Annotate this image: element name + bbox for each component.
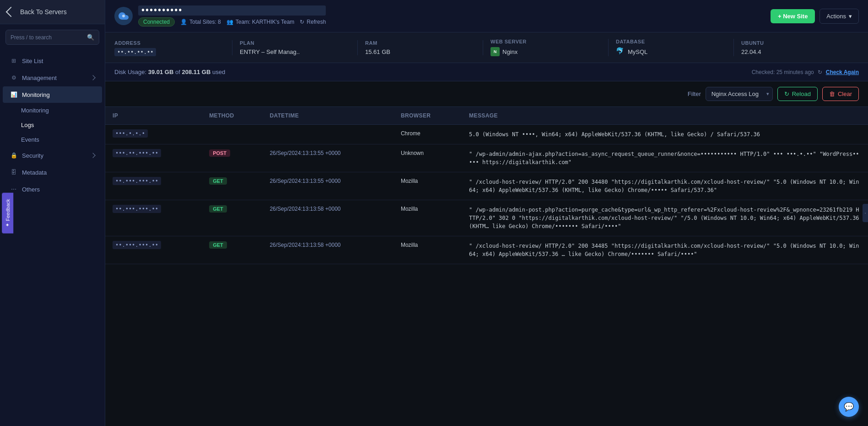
sidebar-sub-item-monitoring[interactable]: Monitoring [3,103,102,117]
ubuntu-value: 22.04.4 [741,48,852,55]
sidebar-item-metadata[interactable]: 🗄 Metadata [3,164,102,181]
clear-button[interactable]: 🗑 Clear [822,87,859,101]
server-info-bar: ADDRESS ••.••.••.•• PLAN ENTRY – Self Ma… [105,32,868,63]
search-placeholder: Press / to search [11,34,52,41]
disk-total: 208.11 GB [182,69,210,75]
back-to-servers-label: Back To Servers [20,8,67,16]
detail-ubuntu: UBUNTU 22.04.4 [734,40,859,55]
main-content: •••••••••• Connected 👤 Total Sites: 8 👥 … [105,0,868,426]
sidebar-item-label-security: Security [22,152,43,159]
nginx-icon: N [491,47,500,56]
log-controls: Filter Nginx Access Log Nginx Error Log … [105,81,868,107]
team-icon: 👥 [226,19,233,25]
cell-browser: Mozilla [394,200,462,236]
sidebar-sub-item-label-monitoring: Monitoring [21,107,49,114]
database-icon: 🗄 [10,169,17,176]
total-sites-label: Total Sites: 8 [189,19,221,25]
server-meta: Connected 👤 Total Sites: 8 👥 Team: KARTH… [138,17,326,27]
new-site-button[interactable]: + New Site [771,9,815,23]
col-method: Method [202,107,262,125]
sidebar-item-label-metadata: Metadata [22,169,47,176]
team-info: 👥 Team: KARTHIK's Team [226,19,295,25]
sidebar-item-others[interactable]: ⋯ Others [3,181,102,197]
col-ip: Ip [105,107,202,125]
cell-datetime: 26/Sep/2024:13:13:58 +0000 [262,236,394,264]
cell-method: POST [202,144,262,172]
cell-method [202,125,262,144]
sidebar-sub-item-events[interactable]: Events [3,133,102,147]
log-table-body: •••.•.•.• Chrome 5.0 (Windows NT ••••, W… [105,125,868,264]
method-badge: GET [209,177,227,185]
sidebar-item-security[interactable]: 🔒 Security [3,147,102,164]
sidebar: Back To Servers Press / to search 🔍 ⊞ Si… [0,0,105,426]
chevron-right-icon-security [90,153,95,158]
right-collapse-handle[interactable]: › [863,204,868,222]
log-table-header-row: Ip Method Datetime Browser Message [105,107,868,125]
sidebar-item-management[interactable]: ⚙ Management [3,69,102,86]
actions-button[interactable]: Actions ▾ [819,9,859,24]
checked-label: Checked: 25 minutes ago [752,69,814,75]
chat-button[interactable]: 💬 [839,397,859,417]
cell-datetime: 26/Sep/2024:13:13:55 +0000 [262,172,394,200]
star-icon: ✦ [5,223,11,227]
log-table-container: Ip Method Datetime Browser Message •••.•… [105,107,868,426]
address-ip: ••.••.••.•• [114,48,156,56]
log-select-wrapper[interactable]: Nginx Access Log Nginx Error Log PHP Err… [706,87,773,101]
sidebar-sub-item-logs[interactable]: Logs [3,118,102,132]
cell-ip: •••.•.•.• [105,125,202,144]
detail-address: ADDRESS ••.••.••.•• [114,40,232,55]
actions-chevron-icon: ▾ [849,13,852,20]
sites-icon: 👤 [180,19,187,25]
check-again-button[interactable]: Check Again [826,69,859,75]
plan-value: ENTRY – Self Manag.. [240,48,350,55]
reload-label: Reload [792,91,811,97]
new-site-label: + New Site [778,13,808,20]
cell-browser: Unknown [394,144,462,172]
disk-usage-bar: Disk Usage: 39.01 GB of 208.11 GB used C… [105,63,868,81]
table-row: •••.•.•.• Chrome 5.0 (Windows NT ••••, W… [105,125,868,144]
web-server-name: Nginx [502,48,518,55]
cell-message: " /wp-admin/admin-ajax.php?action=as_asy… [462,144,868,172]
svg-point-0 [122,15,125,17]
col-message: Message [462,107,868,125]
header: •••••••••• Connected 👤 Total Sites: 8 👥 … [105,0,868,32]
disk-text: Disk Usage: 39.01 GB of 208.11 GB used [114,69,225,75]
table-row: ••.•••.•••.•• GET 26/Sep/2024:13:13:55 +… [105,172,868,200]
disk-label: Disk Usage: [114,69,148,75]
address-value: ••.••.••.•• [114,48,225,55]
header-right: + New Site Actions ▾ [771,9,859,24]
search-bar[interactable]: Press / to search 🔍 [5,30,99,45]
clear-label: Clear [838,91,852,97]
cloud-svg [118,11,129,21]
method-badge: POST [209,149,230,157]
server-icon [114,7,133,25]
log-table-header: Ip Method Datetime Browser Message [105,107,868,125]
detail-plan: PLAN ENTRY – Self Manag.. [232,40,358,55]
back-to-servers-button[interactable]: Back To Servers [0,0,105,24]
header-left: •••••••••• Connected 👤 Total Sites: 8 👥 … [114,5,326,27]
sidebar-item-label-monitoring: Monitoring [22,91,50,98]
server-info-block: •••••••••• Connected 👤 Total Sites: 8 👥 … [138,5,326,27]
disk-used: 39.01 GB [148,69,174,75]
team-label: Team: KARTHIK's Team [236,19,295,25]
sidebar-item-site-list[interactable]: ⊞ Site List [3,53,102,69]
sidebar-item-monitoring[interactable]: 📊 Monitoring [3,86,102,103]
total-sites-info: 👤 Total Sites: 8 [180,19,221,25]
trash-icon: 🗑 [829,91,835,97]
cell-ip: ••.•••.•••.•• [105,200,202,236]
cell-message: 5.0 (Windows NT ••••, Win64; x64) AppleW… [462,125,868,144]
log-type-select[interactable]: Nginx Access Log Nginx Error Log PHP Err… [706,87,773,101]
sidebar-item-label-site-list: Site List [22,58,43,64]
ram-label: RAM [365,40,475,46]
sidebar-item-label-management: Management [22,75,57,81]
refresh-info[interactable]: ↻ Refresh [300,19,326,25]
shield-icon: 🔒 [10,152,17,159]
feedback-tab[interactable]: ✦ Feedback [2,192,13,233]
actions-label: Actions [826,13,846,20]
log-table: Ip Method Datetime Browser Message •••.•… [105,107,868,264]
status-badge: Connected [138,17,175,27]
reload-button[interactable]: ↻ Reload [777,87,818,101]
cell-ip: ••.•••.•••.•• [105,236,202,264]
database-name: MySQL [628,48,647,55]
web-server-value: N Nginx [491,47,601,56]
